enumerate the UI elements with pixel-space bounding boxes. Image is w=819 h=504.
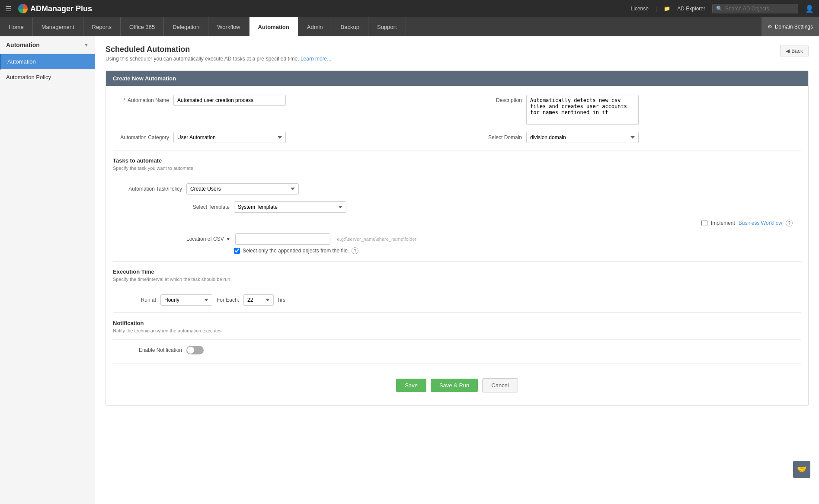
enable-notification-label: Enable Notification — [122, 347, 182, 353]
page-header: Scheduled Automation Using this schedule… — [106, 45, 809, 62]
tasks-subtitle: Specify the task you want to automate. — [113, 166, 801, 171]
tab-automation[interactable]: Automation — [250, 17, 298, 36]
back-button[interactable]: ◀ Back — [780, 45, 809, 57]
sidebar-item-automation[interactable]: Automation — [0, 54, 95, 70]
automation-category-group: Automation Category User AutomationCompu… — [113, 132, 448, 143]
automation-category-label: Automation Category — [113, 132, 169, 140]
sidebar-item-automation-policy[interactable]: Automation Policy — [0, 70, 95, 85]
for-each-label: For Each: — [217, 297, 239, 303]
tab-workflow[interactable]: Workflow — [208, 17, 249, 36]
back-arrow-icon: ◀ — [786, 48, 790, 54]
csv-placeholder-text: e.g:\\server_name\share_name\folder — [337, 236, 416, 242]
implement-workflow-checkbox[interactable] — [701, 220, 707, 226]
sidebar-item-label: Automation — [7, 58, 36, 65]
category-domain-row: Automation Category User AutomationCompu… — [113, 132, 801, 143]
select-domain-group: Select Domain division.domain — [466, 132, 801, 143]
gear-icon: ⚙ — [768, 24, 772, 30]
sidebar-title: Automation — [6, 41, 40, 48]
business-workflow-row: Implement Business Workflow ? — [113, 220, 801, 226]
floating-help-button[interactable]: 🤝 — [793, 461, 810, 478]
section-header: Create New Automation — [106, 71, 808, 86]
csv-dropdown-arrow[interactable]: ▼ — [226, 236, 231, 242]
nav-right: ⚙ Domain Settings — [761, 17, 819, 36]
top-bar-left: ☰ ADManager Plus — [5, 4, 92, 13]
page-title: Scheduled Automation — [106, 45, 331, 54]
form-actions: Save Save & Run Cancel — [113, 370, 801, 397]
description-textarea[interactable] — [526, 95, 639, 125]
app-name: ADManager Plus — [30, 4, 92, 13]
task-policy-label: Automation Task/Policy — [113, 186, 182, 192]
tab-admin[interactable]: Admin — [298, 17, 332, 36]
search-box: 🔍 — [712, 4, 798, 13]
notification-row: Enable Notification — [122, 346, 801, 354]
main-content: Scheduled Automation Using this schedule… — [95, 36, 819, 504]
execution-subtitle: Specify the time/interval at which the t… — [113, 277, 801, 282]
execution-row: Run at HourlyDailyWeeklyMonthly For Each… — [122, 294, 801, 306]
tab-home[interactable]: Home — [0, 17, 33, 36]
search-input[interactable] — [725, 6, 794, 12]
description-group: Description — [466, 95, 801, 125]
appended-objects-row: Select only the appended objects from th… — [234, 247, 801, 254]
for-each-select[interactable]: 1246810122224 — [243, 294, 274, 306]
enable-notification-toggle[interactable] — [186, 346, 204, 354]
notification-subtitle: Notify the technician when the automatio… — [113, 328, 801, 333]
run-at-select[interactable]: HourlyDailyWeeklyMonthly — [160, 294, 212, 306]
section-title: Create New Automation — [113, 75, 176, 82]
automation-category-select[interactable]: User AutomationComputer AutomationGroup … — [173, 132, 286, 143]
search-icon: 🔍 — [716, 6, 723, 12]
description-label: Description — [466, 95, 522, 103]
learn-more-link[interactable]: Learn more... — [301, 56, 331, 62]
appended-objects-help-icon[interactable]: ? — [352, 247, 358, 254]
handshake-icon: 🤝 — [797, 465, 806, 474]
tasks-title: Tasks to automate — [113, 157, 801, 164]
chevron-down-icon: ▼ — [84, 42, 89, 48]
csv-location-row: Location of CSV ▼ e.g:\\server_name\shar… — [186, 233, 801, 245]
tab-management[interactable]: Management — [33, 17, 83, 36]
hrs-label: hrs — [278, 297, 285, 303]
save-button[interactable]: Save — [396, 379, 426, 392]
csv-location-input[interactable] — [235, 233, 330, 245]
license-link[interactable]: License — [631, 6, 649, 12]
sidebar: Automation ▼ Automation Automation Polic… — [0, 36, 95, 504]
page-header-text: Scheduled Automation Using this schedule… — [106, 45, 331, 62]
required-star: * — [124, 97, 126, 103]
app-layout: Automation ▼ Automation Automation Polic… — [0, 36, 819, 504]
ad-explorer-link[interactable]: AD Explorer — [677, 6, 705, 12]
nav-tabs: Home Management Reports Office 365 Deleg… — [0, 17, 819, 36]
section-body: * Automation Name Description Automation… — [106, 86, 808, 405]
execution-title: Execution Time — [113, 268, 801, 275]
location-csv-label: Location of CSV ▼ — [186, 236, 231, 242]
back-label: Back — [791, 48, 803, 54]
top-bar: ☰ ADManager Plus License | 📁 AD Explorer… — [0, 0, 819, 17]
csv-block: Location of CSV ▼ e.g:\\server_name\shar… — [186, 233, 801, 254]
tab-reports[interactable]: Reports — [83, 17, 121, 36]
business-workflow-help-icon[interactable]: ? — [786, 220, 793, 226]
notification-title: Notification — [113, 320, 801, 326]
save-run-button[interactable]: Save & Run — [431, 379, 478, 392]
hamburger-menu[interactable]: ☰ — [5, 5, 11, 13]
tab-backup[interactable]: Backup — [332, 17, 368, 36]
sidebar-header: Automation ▼ — [0, 36, 95, 54]
appended-objects-checkbox[interactable] — [234, 248, 240, 254]
tab-support[interactable]: Support — [368, 17, 406, 36]
business-workflow-link[interactable]: Business Workflow — [739, 220, 782, 226]
domain-settings-button[interactable]: ⚙ Domain Settings — [761, 17, 819, 36]
app-logo: ADManager Plus — [18, 4, 92, 13]
sidebar-item-label: Automation Policy — [6, 74, 51, 80]
domain-settings-label: Domain Settings — [775, 24, 813, 30]
tasks-section: Tasks to automate Specify the task you w… — [113, 150, 801, 254]
select-domain-select[interactable]: division.domain — [526, 132, 639, 143]
automation-name-input[interactable] — [173, 95, 286, 106]
template-row: Select Template System Template — [186, 201, 801, 213]
tab-delegation[interactable]: Delegation — [164, 17, 208, 36]
select-template-label: Select Template — [186, 204, 230, 210]
task-policy-row: Automation Task/Policy Create UsersModif… — [113, 183, 801, 195]
select-template-select[interactable]: System Template — [234, 201, 346, 213]
user-icon[interactable]: 👤 — [805, 5, 814, 13]
cancel-button[interactable]: Cancel — [482, 378, 518, 392]
appended-objects-label: Select only the appended objects from th… — [243, 248, 349, 254]
automation-name-label: * Automation Name — [113, 95, 169, 103]
automation-name-row: * Automation Name Description — [113, 95, 801, 125]
tab-office365[interactable]: Office 365 — [121, 17, 164, 36]
task-policy-select[interactable]: Create UsersModify UsersDelete Users — [186, 183, 299, 195]
